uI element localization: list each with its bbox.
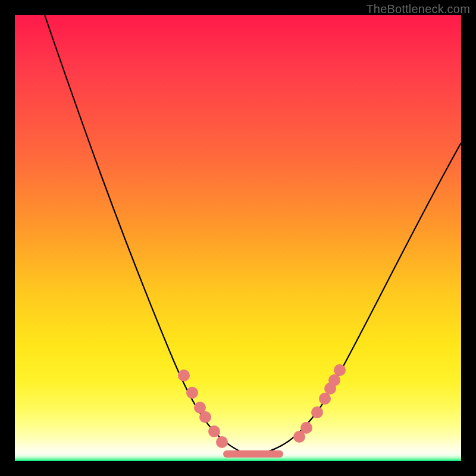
marker-dot [216, 436, 228, 448]
marker-dot [319, 393, 331, 405]
curve-right-branch [250, 143, 461, 455]
marker-dot [300, 422, 312, 434]
chart-frame: TheBottleneck.com [0, 0, 476, 476]
marker-dot [311, 406, 323, 418]
marker-dot [328, 374, 340, 386]
marker-dot [334, 364, 346, 376]
marker-dot [186, 387, 198, 399]
marker-dot [178, 369, 190, 381]
plot-area [15, 15, 461, 461]
marker-dot [199, 411, 211, 423]
marker-dot [208, 425, 220, 437]
curve-layer [15, 15, 461, 461]
curve-left-branch [45, 15, 250, 455]
watermark-text: TheBottleneck.com [366, 2, 470, 16]
